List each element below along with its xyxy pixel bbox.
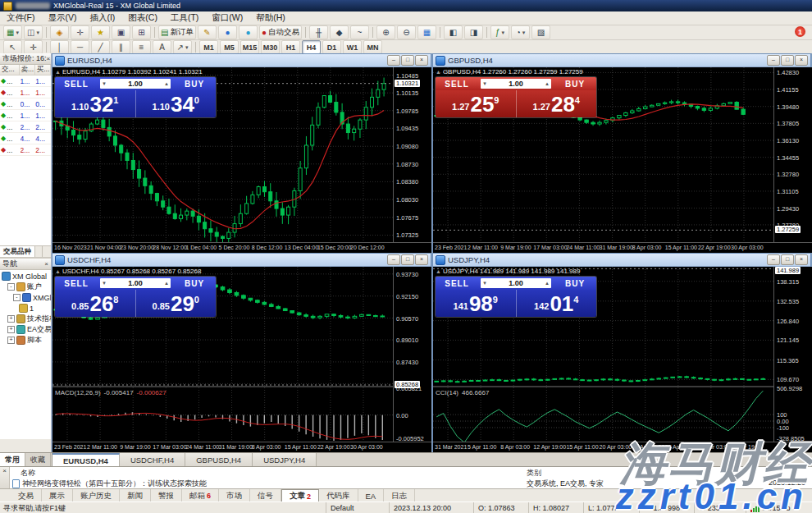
buy-price[interactable]: 1.10340	[136, 90, 217, 117]
sell-price[interactable]: 1.10321	[55, 90, 136, 117]
sell-price[interactable]: 1.27259	[436, 90, 517, 117]
buy-button[interactable]: BUY	[554, 80, 596, 89]
timeframe-m15[interactable]: M15	[240, 40, 259, 54]
market-watch-row[interactable]: ◆...1...1...	[0, 110, 51, 121]
terminal-tab-EA[interactable]: EA	[358, 489, 385, 502]
lot-increase-button[interactable]: ▴	[162, 80, 171, 87]
sell-button[interactable]: SELL	[55, 279, 98, 288]
buy-price[interactable]: 142014	[517, 290, 597, 317]
sell-price[interactable]: 141989	[436, 290, 517, 317]
price-axis[interactable]: 1.428301.411551.394801.378051.361301.344…	[773, 67, 812, 243]
templates-button[interactable]: ▨	[531, 25, 550, 39]
mw-col-header-1[interactable]: 卖...	[20, 65, 35, 75]
navigator-tab-收藏[interactable]: 收藏	[25, 453, 51, 467]
chat-button[interactable]: ●	[218, 25, 237, 39]
sell-button[interactable]: SELL	[436, 80, 478, 89]
terminal-tab-交易[interactable]: 交易	[11, 489, 42, 502]
close-icon[interactable]: ×	[44, 260, 48, 268]
close-button[interactable]: ×	[795, 55, 808, 66]
text-button[interactable]: A	[153, 40, 171, 54]
buy-button[interactable]: BUY	[173, 80, 216, 89]
terminal-tab-市场[interactable]: 市场	[219, 489, 250, 502]
new-order-button[interactable]: ▤新订单	[158, 25, 196, 39]
navigator-button[interactable]: ★	[91, 25, 110, 39]
expand-icon[interactable]: +	[7, 337, 15, 344]
terminal-button[interactable]: ▣	[112, 25, 130, 39]
lot-size-field[interactable]: ▾1.00▴	[481, 278, 551, 288]
collapse-arrow-icon[interactable]: ▲	[55, 69, 62, 75]
minimize-button[interactable]: –	[387, 254, 400, 265]
menu-item-0[interactable]: 文件(F)	[0, 11, 41, 25]
bar-chart-mode-button[interactable]: ╫	[309, 25, 328, 39]
collapse-arrow-icon[interactable]: ▲	[436, 69, 443, 75]
buy-price[interactable]: 0.85290	[136, 290, 217, 317]
timeframe-w1[interactable]: W1	[343, 40, 362, 54]
terminal-tab-代码库[interactable]: 代码库	[319, 489, 358, 502]
market-watch-row[interactable]: ◆...0...0...	[0, 98, 51, 110]
price-axis[interactable]: 1.104851.101351.097851.094351.090801.087…	[393, 67, 431, 243]
chart-window-titlebar[interactable]: GBPUSD,H4–□×	[433, 54, 810, 67]
data-window-button[interactable]: ✛	[71, 25, 89, 39]
strategy-tester-button[interactable]: ⊞	[132, 25, 151, 39]
lot-decrease-button[interactable]: ▾	[100, 80, 108, 87]
line-chart-mode-button[interactable]: ~	[350, 25, 369, 39]
close-button[interactable]: ×	[795, 254, 808, 265]
chart-window-usdchf[interactable]: USDCHF,H4–□×MACD(12,26,9)-0.005417-0.000…	[52, 253, 431, 451]
restore-button[interactable]: □	[781, 55, 794, 66]
lot-size-field[interactable]: ▾1.00▴	[100, 278, 171, 288]
terminal-tab-账户历史[interactable]: 账户历史	[73, 489, 120, 502]
close-icon[interactable]: ×	[47, 55, 51, 62]
collapse-arrow-icon[interactable]: ▲	[436, 268, 443, 274]
chart-window-eurusd[interactable]: EURUSD,H4–□×1.104851.101351.097851.09435…	[52, 53, 431, 252]
timeframe-m5[interactable]: M5	[220, 40, 239, 54]
price-axis[interactable]: 0.937300.921500.905700.890100.874300.858…	[393, 267, 431, 442]
market-watch-row[interactable]: ◆...1...1...	[0, 76, 51, 87]
close-button[interactable]: ×	[415, 254, 428, 265]
close-button[interactable]: ×	[415, 55, 428, 66]
lot-size-field[interactable]: ▾1.00▴	[100, 79, 171, 89]
profiles-button[interactable]: ◫▾	[24, 25, 43, 39]
mw-col-header-0[interactable]: 交...	[0, 65, 20, 75]
tile-windows-button[interactable]: ▦	[417, 25, 436, 39]
periods-button[interactable]: ◔▾	[511, 25, 530, 39]
expand-icon[interactable]: +	[7, 326, 15, 333]
crosshair-button[interactable]: ✛	[24, 40, 43, 54]
minimize-button[interactable]: –	[767, 55, 780, 66]
buy-price[interactable]: 1.27284	[517, 90, 597, 117]
tree-item[interactable]: +技术指标	[0, 314, 51, 324]
status-profile[interactable]: Default	[326, 502, 389, 513]
mw-col-header-2[interactable]: 买...	[35, 65, 51, 75]
community-button[interactable]: ●	[239, 25, 258, 39]
buy-button[interactable]: BUY	[554, 279, 596, 288]
sell-button[interactable]: SELL	[55, 80, 98, 89]
vertical-line-button[interactable]: │	[50, 40, 69, 54]
menu-item-6[interactable]: 帮助(H)	[249, 11, 292, 25]
zoom-in-button[interactable]: ⊕	[376, 25, 395, 39]
minimize-button[interactable]: –	[767, 254, 780, 265]
lot-decrease-button[interactable]: ▾	[100, 280, 108, 286]
terminal-col-category[interactable]: 类别	[527, 468, 541, 479]
menu-item-4[interactable]: 工具(T)	[164, 11, 205, 25]
metaeditor-button[interactable]: ✎	[198, 25, 217, 39]
menu-item-3[interactable]: 图表(C)	[121, 11, 164, 25]
chart-tab-gbpusd[interactable]: GBPUSD,H4	[185, 453, 253, 467]
market-watch-row[interactable]: ◆...4...4...	[0, 133, 51, 144]
terminal-tab-警报[interactable]: 警报	[151, 489, 182, 502]
chart-window-titlebar[interactable]: USDCHF,H4–□×	[52, 254, 431, 267]
lot-increase-button[interactable]: ▴	[543, 280, 551, 286]
trendline-button[interactable]: ╱	[91, 40, 110, 54]
arrange-1-button[interactable]: ◧	[444, 25, 463, 39]
tree-item[interactable]: +脚本	[0, 335, 51, 346]
expand-icon[interactable]: +	[7, 315, 15, 323]
collapse-arrow-icon[interactable]: ▲	[55, 268, 62, 274]
collapse-icon[interactable]: -	[7, 283, 15, 291]
tree-item[interactable]: 1	[0, 303, 51, 314]
menu-item-1[interactable]: 显示(V)	[41, 11, 83, 25]
chart-tab-usdchf[interactable]: USDCHF,H4	[120, 453, 185, 467]
fibonacci-button[interactable]: ≡	[132, 40, 151, 54]
chart-area[interactable]: MACD(12,26,9)-0.005417-0.0006270.937300.…	[52, 267, 431, 452]
tree-item[interactable]: -账户	[0, 282, 51, 292]
chart-area[interactable]: 1.104851.101351.097851.094351.090801.087…	[52, 67, 431, 253]
time-axis[interactable]: 23 Feb 20212 Mar 11:009 Mar 19:0017 Mar …	[52, 442, 431, 452]
timeframe-h4[interactable]: H4	[302, 40, 321, 54]
